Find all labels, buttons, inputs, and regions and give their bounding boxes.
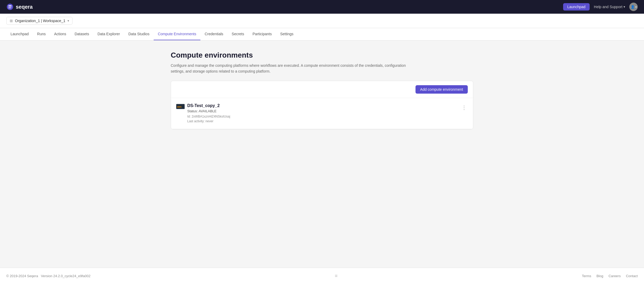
compute-environments-card: Add compute environment aws DS-Test_copy…: [171, 81, 473, 129]
tab-data-explorer[interactable]: Data Explorer: [93, 28, 124, 40]
tab-compute-environments[interactable]: Compute Environments: [154, 28, 200, 40]
footer-version: Version 24.2.0_cycle24_e9fa002: [41, 274, 91, 278]
footer-copyright: © 2019-2024 Seqera Version 24.2.0_cycle2…: [6, 274, 90, 278]
footer-center: ≡: [335, 273, 338, 279]
footer-link-contact[interactable]: Contact: [626, 274, 638, 278]
page-description: Configure and manage the computing platf…: [171, 63, 407, 74]
environment-list: aws DS-Test_copy_2 Status: AVAILABLE Id:…: [171, 98, 473, 129]
env-id: Id: 2xWBA1xznHlZ4NSksIUsaj: [187, 114, 230, 119]
env-info: DS-Test_copy_2 Status: AVAILABLE Id: 2xW…: [187, 103, 230, 124]
environment-item: aws DS-Test_copy_2 Status: AVAILABLE Id:…: [171, 98, 473, 129]
tab-credentials[interactable]: Credentials: [200, 28, 227, 40]
page-title: Compute environments: [171, 51, 473, 59]
tab-secrets[interactable]: Secrets: [227, 28, 248, 40]
main-content: Compute environments Configure and manag…: [164, 40, 480, 268]
tab-participants[interactable]: Participants: [248, 28, 276, 40]
workspace-bar: ⊞ Organization_1 | Workspace_1 ▾: [0, 14, 644, 28]
env-name: DS-Test_copy_2: [187, 103, 230, 108]
workspace-selector[interactable]: ⊞ Organization_1 | Workspace_1 ▾: [6, 17, 72, 25]
env-status: Status: AVAILABLE: [187, 109, 230, 113]
nav-tabs: LaunchpadRunsActionsDatasetsData Explore…: [0, 28, 644, 40]
navbar: seqera Launchpad Help and Support ▾ 👤 ▾: [0, 0, 644, 14]
logo-link[interactable]: seqera: [6, 3, 33, 11]
add-compute-environment-button[interactable]: Add compute environment: [416, 85, 468, 94]
avatar-icon: 👤: [631, 5, 635, 9]
footer: © 2019-2024 Seqera Version 24.2.0_cycle2…: [0, 268, 644, 284]
tab-actions[interactable]: Actions: [50, 28, 70, 40]
card-header: Add compute environment: [171, 81, 473, 98]
footer-link-terms[interactable]: Terms: [582, 274, 591, 278]
help-support-dropdown[interactable]: Help and Support ▾: [594, 5, 625, 9]
env-actions-menu-button[interactable]: ⋮: [460, 103, 468, 112]
workspace-chevron-icon: ▾: [67, 19, 69, 23]
workspace-label: Organization_1 | Workspace_1: [15, 19, 65, 23]
svg-text:aws: aws: [177, 105, 181, 108]
tab-runs[interactable]: Runs: [33, 28, 50, 40]
tab-datasets[interactable]: Datasets: [70, 28, 93, 40]
footer-link-careers[interactable]: Careers: [609, 274, 621, 278]
footer-links: TermsBlogCareersContact: [582, 274, 638, 278]
seqera-logo-icon: [6, 3, 14, 11]
env-left: aws DS-Test_copy_2 Status: AVAILABLE Id:…: [176, 103, 230, 124]
env-last-activity: Last activity: never: [187, 119, 230, 124]
navbar-right: Launchpad Help and Support ▾ 👤 ▾: [563, 3, 638, 11]
avatar-chevron: ▾: [635, 6, 637, 8]
workspace-icon: ⊞: [10, 19, 13, 23]
footer-link-blog[interactable]: Blog: [596, 274, 603, 278]
logo-text: seqera: [16, 4, 33, 10]
aws-logo-icon: aws: [176, 104, 185, 109]
footer-icon: ≡: [335, 273, 338, 279]
chevron-down-icon: ▾: [624, 5, 625, 9]
tab-launchpad[interactable]: Launchpad: [6, 28, 33, 40]
help-support-label: Help and Support: [594, 5, 622, 9]
avatar[interactable]: 👤 ▾: [629, 3, 638, 11]
tab-settings[interactable]: Settings: [276, 28, 298, 40]
navbar-left: seqera: [6, 3, 33, 11]
launchpad-nav-button[interactable]: Launchpad: [563, 3, 590, 11]
tab-data-studios[interactable]: Data Studios: [124, 28, 154, 40]
